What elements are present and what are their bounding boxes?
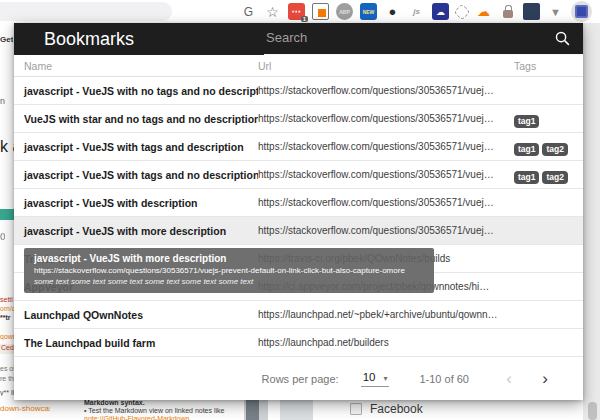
page-text-fragment: () xyxy=(0,231,5,240)
tag-chip: tag1 xyxy=(514,171,539,184)
bookmark-url: https://stackoverflow.com/questions/3053… xyxy=(258,141,514,152)
pagination-footer: Rows per page: 10 ▾ 1-10 of 60 ‹ › xyxy=(14,357,583,400)
table-row[interactable]: javascript - VueJS with more description… xyxy=(14,217,583,245)
js-toggle-icon[interactable]: js xyxy=(408,3,425,20)
table-row[interactable]: javascript - VueJS with descriptionhttps… xyxy=(14,189,583,217)
tooltip-description: some text some text some text some text … xyxy=(34,276,424,287)
table-row[interactable]: javascript - VueJS with tags and descrip… xyxy=(14,133,583,161)
bookmark-url: https://stackoverflow.com/questions/3053… xyxy=(258,113,514,124)
orange-cloud-extension-icon[interactable]: ☁ xyxy=(475,3,492,20)
dashed-outline-extension-icon[interactable] xyxy=(454,3,471,20)
bookmark-url: https://stackoverflow.com/questions/3053… xyxy=(258,197,514,208)
bookmark-url: https://stackoverflow.com/questions/3053… xyxy=(258,225,514,236)
popup-header: Bookmarks xyxy=(14,23,583,55)
page-text-fragment: setti xyxy=(0,296,13,303)
screenshot-extension-icon[interactable] xyxy=(312,3,329,20)
code-chip-fragment: Ced xyxy=(0,344,15,354)
page-text-fragment: down-showcase! xyxy=(0,404,50,413)
facebook-option[interactable]: Facebook xyxy=(350,402,423,416)
page-gray-block xyxy=(280,399,313,420)
rows-per-page-select[interactable]: 10 ▾ xyxy=(361,371,390,387)
tooltip-url: https://stackoverflow.com/questions/3053… xyxy=(34,265,424,276)
search-input[interactable] xyxy=(266,30,546,45)
padlock-icon[interactable] xyxy=(499,3,516,20)
address-bar[interactable] xyxy=(0,2,172,21)
browser-toolbar: G☆⋯1ABPNEW●js☁☁▼ xyxy=(0,0,600,23)
screen: G☆⋯1ABPNEW●js☁☁▼ Ced Markdown syntax. • … xyxy=(0,0,600,420)
rows-per-page-value: 10 xyxy=(363,371,376,383)
search-icon[interactable] xyxy=(554,30,571,47)
tag-chip: tag2 xyxy=(542,171,567,184)
bookmark-name: javascript - VueJS with description xyxy=(14,197,258,209)
column-header-name[interactable]: Name xyxy=(14,60,258,72)
page-right-strip xyxy=(583,23,600,420)
table-row[interactable]: javascript - VueJS with tags and no desc… xyxy=(14,161,583,189)
privacy-extension-icon[interactable]: G xyxy=(240,3,257,20)
tag-chip: tag2 xyxy=(542,143,567,156)
bookmark-tags: tag1 xyxy=(514,110,583,128)
markdown-card-line2: • Test the Markdown view on linked notes… xyxy=(84,407,244,415)
bookmark-url: https://stackoverflow.com/questions/3053… xyxy=(258,85,514,96)
bookmark-name: The Launchpad build farm xyxy=(14,337,258,349)
teal-badge-fragment xyxy=(0,209,14,220)
markdown-card-line1: Markdown syntax. xyxy=(84,399,244,407)
bookmark-url: https://launchpad.net/~pbek/+archive/ubu… xyxy=(258,309,514,320)
bookmarks-extension-active-icon[interactable] xyxy=(571,1,592,22)
next-page-button[interactable]: › xyxy=(533,370,557,387)
bookmark-rows: javascript - VueJS with no tags and no d… xyxy=(14,77,583,357)
page-text-fragment: om/c xyxy=(0,305,15,312)
page-text-fragment: Get xyxy=(0,35,13,44)
bookmark-url: https://stackoverflow.com/questions/3053… xyxy=(258,169,514,180)
bookmark-url: https://launchpad.net/builders xyxy=(258,337,514,348)
table-row[interactable]: Launchpad QOwnNoteshttps://launchpad.net… xyxy=(14,301,583,329)
tag-chip: tag1 xyxy=(514,143,539,156)
bookmark-tags: tag1tag2 xyxy=(514,166,583,184)
search-field[interactable] xyxy=(264,23,583,55)
cloud-download-extension-icon[interactable]: ☁ xyxy=(432,3,449,20)
previous-page-button[interactable]: ‹ xyxy=(497,370,521,387)
page-text-fragment: es of xyxy=(0,365,15,372)
page-text-fragment: n xyxy=(0,96,5,106)
table-row[interactable]: The Launchpad build farmhttps://launchpa… xyxy=(14,329,583,357)
facebook-label: Facebook xyxy=(370,402,423,416)
chevron-down-icon: ▾ xyxy=(383,374,387,383)
editor-scrollbar-thumb[interactable] xyxy=(246,399,259,420)
markdown-card-fragment: Markdown syntax. • Test the Markdown vie… xyxy=(84,399,244,420)
tooltip-title: javascript - VueJS with more description xyxy=(34,252,424,265)
icon-badge: 1 xyxy=(301,16,308,22)
facebook-checkbox[interactable] xyxy=(350,403,362,415)
popup-title: Bookmarks xyxy=(44,29,134,50)
markdown-card-link[interactable]: note://GitHub-Flavored-Markdown xyxy=(84,415,244,420)
bookmark-name: Launchpad QOwnNotes xyxy=(14,309,258,321)
bookmark-tooltip: javascript - VueJS with more description… xyxy=(24,248,434,293)
new-tab-extension-icon[interactable]: NEW xyxy=(360,3,377,20)
page-range-text: 1-10 of 60 xyxy=(419,373,469,385)
bookmark-name: javascript - VueJS with tags and no desc… xyxy=(14,169,258,181)
bookmarks-popup: Bookmarks Name Url Tags javascript - Vue… xyxy=(14,23,583,400)
adblock-disabled-icon[interactable]: ABP xyxy=(336,3,353,20)
bookmark-tags: tag1tag2 xyxy=(514,138,583,156)
vue-devtools-icon[interactable]: ▼ xyxy=(547,3,564,20)
column-header-url[interactable]: Url xyxy=(258,60,514,72)
table-header: Name Url Tags xyxy=(14,55,583,77)
bookmark-name: javascript - VueJS with more description xyxy=(14,225,258,237)
extension-icon-row: G☆⋯1ABPNEW●js☁☁▼ xyxy=(240,1,592,22)
bookmark-name: VueJS with star and no tags and no descr… xyxy=(14,113,258,125)
tag-chip: tag1 xyxy=(514,115,539,128)
rows-per-page-label: Rows per page: xyxy=(262,373,339,385)
table-row[interactable]: VueJS with star and no tags and no descr… xyxy=(14,105,583,133)
page-text-fragment: **tr xyxy=(0,314,11,321)
bookmark-name: javascript - VueJS with no tags and no d… xyxy=(14,85,258,97)
bookmark-star-icon[interactable]: ☆ xyxy=(264,3,281,20)
red-notes-extension-icon[interactable]: ⋯1 xyxy=(288,3,305,20)
bookmark-name: javascript - VueJS with tags and descrip… xyxy=(14,141,258,153)
column-header-tags[interactable]: Tags xyxy=(514,60,583,72)
octocat-extension-icon[interactable]: ● xyxy=(384,3,401,20)
table-row[interactable]: javascript - VueJS with no tags and no d… xyxy=(14,77,583,105)
navy-square-extension-icon[interactable] xyxy=(523,3,540,20)
page-scrollbar[interactable] xyxy=(588,402,597,420)
